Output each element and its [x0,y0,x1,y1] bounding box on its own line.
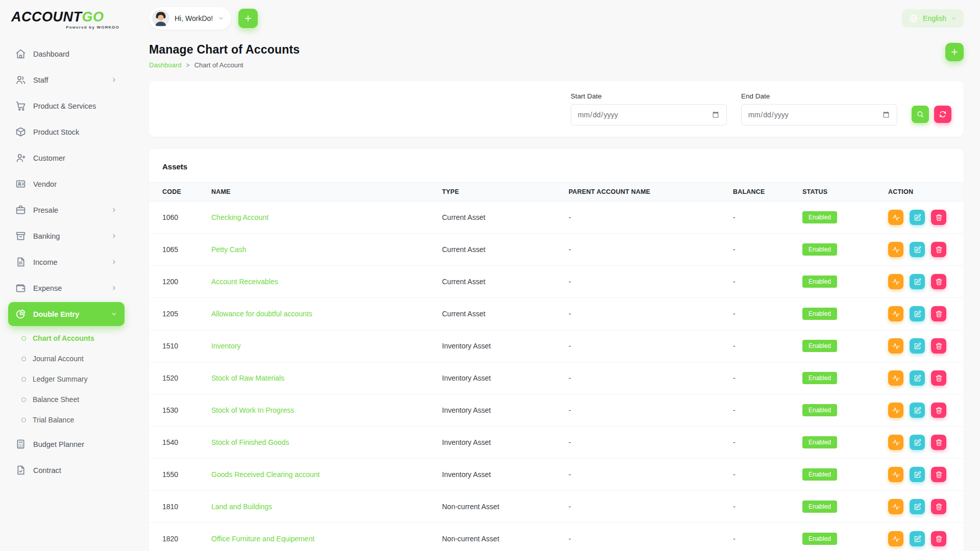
ledger-button[interactable] [888,306,903,321]
delete-button[interactable] [931,467,946,482]
user-menu[interactable]: Hi, WorkDo! [149,7,231,30]
code-cell: 1540 [149,427,205,459]
status-badge: Enabled [802,404,837,416]
ledger-button[interactable] [888,403,903,418]
ledger-button[interactable] [888,370,903,386]
name-cell: Allowance for doubtful accounts [205,298,436,330]
sidebar-subitem-chart-of-accounts[interactable]: Chart of Accounts [8,328,125,348]
parent-account-cell: - [562,459,727,491]
quick-add-button[interactable] [238,9,258,28]
account-name-link[interactable]: Petty Cash [211,245,246,254]
edit-button[interactable] [910,467,925,482]
balance-cell: - [727,298,796,330]
ledger-button[interactable] [888,242,903,257]
edit-button[interactable] [910,210,925,225]
parent-account-cell: - [562,234,727,266]
sidebar-item-income[interactable]: Income [8,250,125,274]
delete-button[interactable] [931,435,946,450]
sidebar-subitem-ledger-summary[interactable]: Ledger Summary [8,369,125,389]
sidebar-item-dashboard[interactable]: Dashboard [8,42,125,66]
sidebar-subitem-trial-balance[interactable]: Trial Balance [8,410,125,430]
account-name-link[interactable]: Inventory [211,342,241,350]
action-buttons [888,403,958,418]
edit-button[interactable] [910,499,925,514]
bullet-icon [21,397,26,402]
sidebar-item-budget-planner[interactable]: Budget Planner [8,432,125,456]
delete-button[interactable] [931,210,946,225]
account-name-link[interactable]: Goods Received Clearing account [211,470,320,479]
sidebar-subitem-label: Journal Account [33,355,84,363]
ledger-button[interactable] [888,338,903,354]
status-cell: Enabled [796,523,882,551]
name-cell: Stock of Work In Progress [205,394,436,427]
sidebar-item-vendor[interactable]: Vendor [8,172,125,196]
ledger-button[interactable] [888,467,903,482]
sidebar-item-customer[interactable]: Customer [8,146,125,170]
end-date-input[interactable] [741,104,897,126]
sidebar-item-banking[interactable]: Banking [8,224,125,248]
start-date-input[interactable] [571,104,727,126]
type-cell: Inventory Asset [436,394,562,427]
account-name-link[interactable]: Checking Account [211,213,268,221]
sidebar-subitem-label: Chart of Accounts [33,334,94,342]
edit-button[interactable] [910,242,925,257]
delete-button[interactable] [931,499,946,514]
ledger-button[interactable] [888,499,903,514]
sidebar-item-double-entry[interactable]: Double Entry [8,302,125,326]
sidebar-subitem-balance-sheet[interactable]: Balance Sheet [8,389,125,410]
code-cell: 1820 [149,523,205,551]
delete-button[interactable] [931,306,946,321]
edit-button[interactable] [910,306,925,321]
edit-button[interactable] [910,435,925,450]
column-header-balance: BALANCE [727,183,796,202]
edit-button[interactable] [910,531,925,546]
action-buttons [888,467,958,482]
reset-button[interactable] [934,106,951,123]
edit-button[interactable] [910,338,925,354]
account-name-link[interactable]: Account Receivables [211,278,278,286]
edit-button[interactable] [910,370,925,386]
delete-button[interactable] [931,242,946,257]
sidebar-item-label: Customer [33,154,117,162]
account-name-link[interactable]: Stock of Work In Progress [211,406,294,414]
ledger-button[interactable] [888,210,903,225]
type-cell: Current Asset [436,202,562,234]
delete-button[interactable] [931,403,946,418]
search-button[interactable] [912,106,929,123]
brand-logo[interactable]: ACCOUNTGO Powered by WORKDO [8,8,125,40]
chevron-right-icon [111,207,117,213]
chevron-right-icon [111,233,117,239]
ledger-button[interactable] [888,435,903,450]
add-account-button[interactable] [945,43,964,61]
table-row: 1540Stock of Finished GoodsInventory Ass… [149,427,964,459]
bullet-icon [21,336,26,341]
account-name-link[interactable]: Stock of Finished Goods [211,438,289,446]
ledger-button[interactable] [888,274,903,289]
table-row: 1810Land and BuildingsNon-current Asset-… [149,491,964,523]
sidebar-item-presale[interactable]: Presale [8,198,125,222]
name-cell: Stock of Raw Materials [205,362,436,394]
account-name-link[interactable]: Land and Buildings [211,503,272,511]
brand-tagline: Powered by WORKDO [11,25,121,30]
edit-button[interactable] [910,274,925,289]
sidebar-item-contract[interactable]: Contract [8,458,125,482]
edit-button[interactable] [910,403,925,418]
sidebar-item-product-stock[interactable]: Product Stock [8,120,125,144]
sidebar-item-expense[interactable]: Expense [8,276,125,300]
account-name-link[interactable]: Stock of Raw Materials [211,374,284,382]
language-selector[interactable]: English [902,9,964,28]
account-name-link[interactable]: Office Furniture and Equipement [211,535,314,543]
status-cell: Enabled [796,427,882,459]
sidebar-item-product-services[interactable]: Product & Services [8,94,125,118]
breadcrumb-dashboard-link[interactable]: Dashboard [149,61,182,69]
status-cell: Enabled [796,491,882,523]
sidebar-item-staff[interactable]: Staff [8,68,125,92]
delete-button[interactable] [931,370,946,386]
ledger-button[interactable] [888,531,903,546]
sidebar-subitem-journal-account[interactable]: Journal Account [8,348,125,369]
delete-button[interactable] [931,338,946,354]
balance-cell: - [727,394,796,427]
delete-button[interactable] [931,274,946,289]
delete-button[interactable] [931,531,946,546]
account-name-link[interactable]: Allowance for doubtful accounts [211,310,312,318]
